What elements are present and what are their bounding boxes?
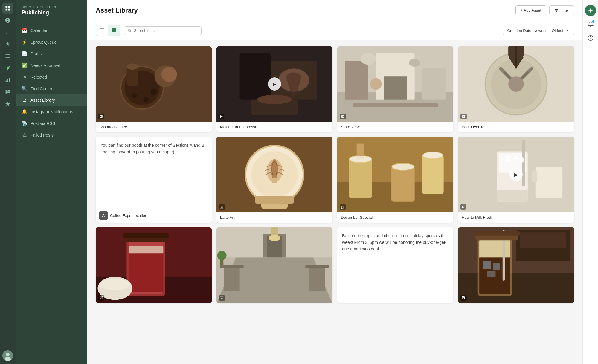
sidebar-item-label: Post via RSS: [30, 121, 55, 126]
sidebar-item-label: Rejected: [30, 75, 47, 79]
svg-point-74: [350, 156, 371, 162]
svg-rect-9: [9, 78, 10, 82]
svg-rect-13: [6, 93, 8, 94]
asset-card[interactable]: 🖼 Assorted Coffee: [96, 46, 212, 132]
sort-dropdown[interactable]: Creation Date: Newest to Oldest: [503, 26, 574, 35]
svg-rect-17: [100, 28, 104, 29]
svg-point-76: [423, 152, 443, 158]
rail-alerts-icon[interactable]: [2, 15, 13, 26]
svg-rect-70: [391, 167, 415, 201]
main-header: Asset Library + Add Asset Filter: [87, 0, 582, 21]
help-button[interactable]: [585, 32, 596, 44]
asset-name: Latte Art: [216, 212, 332, 223]
asset-card[interactable]: 🖼 Pour Over Top: [458, 46, 574, 132]
sidebar-item-rss[interactable]: 📡 Post via RSS: [16, 117, 87, 129]
svg-rect-85: [536, 167, 563, 198]
rail-campaigns-icon[interactable]: [2, 87, 13, 97]
notifications-button[interactable]: [585, 19, 596, 30]
rail-avatar[interactable]: [2, 350, 13, 361]
svg-rect-67: [349, 159, 372, 198]
svg-rect-72: [422, 155, 444, 194]
view-toggle: [96, 25, 120, 36]
svg-point-109: [217, 251, 227, 260]
instagram-icon: 🔔: [22, 109, 28, 114]
svg-rect-118: [479, 240, 510, 257]
filter-label: Filter: [560, 8, 569, 13]
asset-text-footer: A Coffee Expo Location: [96, 208, 212, 223]
list-view-button[interactable]: [96, 25, 108, 36]
svg-rect-119: [483, 261, 491, 269]
svg-rect-3: [8, 9, 10, 11]
asset-card-text[interactable]: Be sure to stop in and check out our hol…: [337, 227, 453, 303]
sidebar-item-rejected[interactable]: ✕ Rejected: [16, 71, 87, 83]
svg-point-29: [161, 67, 177, 82]
video-type-icon: ▶: [219, 114, 224, 119]
svg-rect-124: [474, 231, 520, 236]
sidebar: Sprout Coffee Co. Publishing 📅 Calendar …: [16, 0, 87, 364]
svg-point-83: [514, 155, 518, 160]
sidebar-item-label: Needs Approval: [30, 63, 60, 68]
asset-card[interactable]: 🖼: [458, 227, 574, 303]
sidebar-item-label: Failed Posts: [30, 133, 54, 137]
sort-label: Creation Date: Newest to Oldest: [507, 28, 563, 33]
asset-thumbnail: 🖼: [216, 137, 332, 212]
compose-button[interactable]: [585, 5, 596, 16]
asset-card[interactable]: 🖼 Latte Art: [216, 137, 332, 223]
rail-star-icon[interactable]: [2, 99, 13, 109]
rail-analytics-icon[interactable]: [2, 75, 13, 85]
grid-view-button[interactable]: [108, 25, 120, 36]
sidebar-item-label: Find Content: [30, 86, 54, 91]
asset-card[interactable]: ▶ ▶ Making an Esspresso: [216, 46, 332, 132]
sidebar-item-label: Sprout Queue: [30, 40, 57, 45]
asset-card[interactable]: 🖼: [96, 227, 212, 303]
find-content-icon: 🔍: [22, 86, 28, 91]
rail-publishing-icon[interactable]: [2, 3, 13, 14]
svg-rect-114: [520, 233, 566, 248]
page-title: Asset Library: [96, 7, 138, 14]
brand-title: Publishing: [22, 10, 81, 16]
asset-card[interactable]: 🖼 Store View: [337, 46, 453, 132]
search-wrap[interactable]: [124, 26, 202, 35]
asset-thumbnail: ▶ ▶: [458, 137, 574, 212]
asset-card[interactable]: ▶ ▶ How-to Milk Froth: [458, 137, 574, 223]
main-content: Asset Library + Add Asset Filter Creatio…: [87, 0, 582, 364]
sidebar-item-asset-library[interactable]: 🗂 Asset Library: [16, 94, 87, 106]
asset-name: How-to Milk Froth: [458, 212, 574, 223]
asset-thumbnail: 🖼: [216, 227, 332, 303]
asset-card[interactable]: 🖼 December Special: [337, 137, 453, 223]
svg-rect-11: [8, 90, 10, 91]
svg-point-107: [269, 235, 280, 241]
svg-rect-6: [6, 57, 10, 58]
svg-rect-104: [305, 265, 329, 268]
rail-send-icon[interactable]: [2, 63, 13, 74]
image-type-icon: 🖼: [219, 295, 225, 301]
filter-button[interactable]: Filter: [549, 5, 574, 15]
search-input[interactable]: [134, 28, 198, 33]
add-asset-button[interactable]: + Add Asset: [515, 5, 546, 15]
rail-pin-icon[interactable]: [2, 39, 13, 50]
svg-rect-102: [220, 265, 244, 268]
rail-messages-icon[interactable]: [2, 27, 13, 38]
sidebar-item-failed-posts[interactable]: ⚠ Failed Posts: [16, 129, 87, 141]
header-actions: + Add Asset Filter: [515, 5, 574, 15]
svg-rect-45: [422, 68, 446, 99]
svg-point-47: [370, 78, 382, 90]
sidebar-item-drafts[interactable]: 📄 Drafts: [16, 48, 87, 59]
svg-point-40: [257, 95, 292, 104]
asset-card[interactable]: 🖼: [216, 227, 332, 303]
rail-tasks-icon[interactable]: [2, 51, 13, 62]
asset-text-body: Be sure to stop in and check out our hol…: [337, 227, 453, 303]
failed-icon: ⚠: [22, 132, 28, 138]
sidebar-item-instagram[interactable]: 🔔 Instagram Notifications: [16, 106, 87, 117]
sidebar-item-find-content[interactable]: 🔍 Find Content: [16, 83, 87, 94]
svg-point-33: [132, 93, 137, 98]
sidebar-item-needs-approval[interactable]: ✅ Needs Approval: [16, 59, 87, 71]
svg-rect-86: [532, 171, 537, 182]
filter-icon: [554, 8, 559, 13]
search-icon: [128, 28, 132, 33]
sidebar-item-calendar[interactable]: 📅 Calendar: [16, 25, 87, 36]
asset-card-text[interactable]: You can find our booth at the corner of …: [96, 137, 212, 223]
sidebar-item-sprout-queue[interactable]: ⚡ Sprout Queue: [16, 36, 87, 48]
svg-rect-4: [6, 54, 10, 55]
asset-name: Assorted Coffee: [96, 122, 212, 132]
